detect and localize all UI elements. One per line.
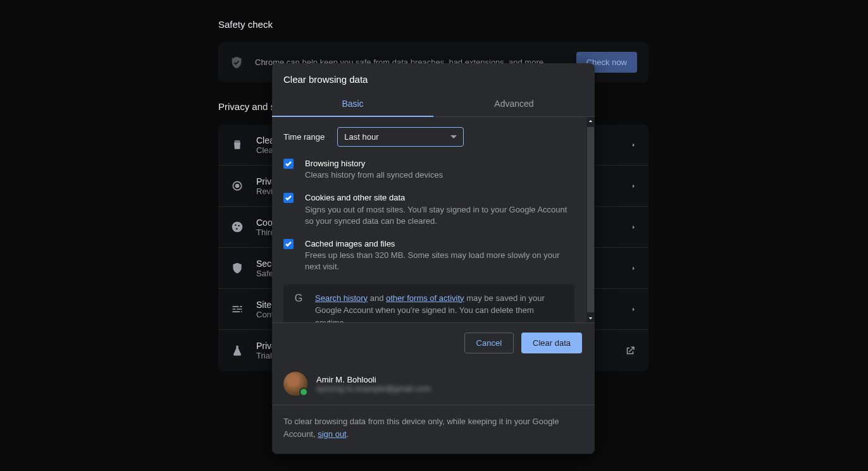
profile-email-blurred: syncing to example@gmail.com	[316, 384, 431, 393]
dialog-body: Time range Last hour Browsing history Cl…	[272, 117, 595, 322]
option-title: Browsing history	[305, 158, 443, 169]
external-link-icon	[624, 345, 636, 357]
search-history-link[interactable]: Search history	[315, 293, 368, 303]
option-title: Cookies and other site data	[305, 192, 574, 204]
checkbox[interactable]	[283, 239, 294, 249]
tab-basic[interactable]: Basic	[272, 92, 433, 117]
sliders-icon	[231, 303, 244, 315]
option-cache[interactable]: Cached images and files Frees up less th…	[283, 238, 583, 273]
clear-browsing-data-dialog: Clear browsing data Basic Advanced Time …	[272, 63, 595, 454]
dialog-title: Clear browsing data	[272, 63, 595, 92]
chevron-right-icon	[631, 266, 636, 271]
chevron-down-icon	[450, 135, 457, 138]
signout-section: To clear browsing data from this device …	[272, 405, 595, 454]
flask-icon	[231, 345, 244, 357]
sign-out-link[interactable]: sign out	[318, 429, 347, 439]
chevron-right-icon	[631, 184, 636, 188]
trash-icon	[231, 138, 244, 151]
cookie-icon	[231, 221, 244, 233]
sync-badge-icon	[299, 388, 308, 396]
checkbox[interactable]	[283, 193, 294, 203]
scroll-up-icon[interactable]	[588, 119, 593, 123]
tab-advanced[interactable]: Advanced	[433, 92, 595, 116]
option-sub: Frees up less than 320 MB. Some sites ma…	[305, 250, 574, 272]
option-sub: Signs you out of most sites. You'll stay…	[305, 204, 574, 227]
chevron-right-icon	[631, 143, 636, 147]
option-browsing-history[interactable]: Browsing history Clears history from all…	[283, 158, 583, 181]
google-account-info: G Search history and other forms of acti…	[283, 284, 574, 323]
dialog-actions: Cancel Clear data	[272, 322, 595, 363]
safety-check-heading: Safety check	[218, 19, 648, 30]
dialog-tabs: Basic Advanced	[272, 92, 595, 117]
option-cookies[interactable]: Cookies and other site data Signs you ou…	[283, 192, 583, 227]
time-range-label: Time range	[283, 132, 325, 142]
checkbox[interactable]	[283, 159, 294, 169]
scroll-down-icon[interactable]	[588, 316, 593, 321]
time-range-value: Last hour	[344, 132, 378, 142]
option-title: Cached images and files	[305, 238, 574, 250]
clear-data-button[interactable]: Clear data	[521, 333, 582, 353]
time-range-select[interactable]: Last hour	[337, 127, 464, 147]
shield-icon	[231, 262, 244, 274]
profile-section: Amir M. Bohlooli syncing to example@gmai…	[272, 363, 595, 405]
google-icon: G	[292, 292, 305, 305]
profile-name: Amir M. Bohlooli	[316, 375, 431, 384]
shield-icon	[230, 56, 244, 70]
chevron-right-icon	[631, 307, 636, 312]
scrollbar-thumb[interactable]	[587, 127, 594, 312]
cancel-button[interactable]: Cancel	[464, 333, 514, 353]
target-icon	[231, 180, 244, 192]
info-text: Search history and other forms of activi…	[315, 292, 566, 323]
option-sub: Clears history from all synced devices	[305, 169, 443, 181]
other-activity-link[interactable]: other forms of activity	[386, 293, 464, 303]
time-range-row: Time range Last hour	[283, 127, 583, 147]
avatar	[283, 372, 307, 396]
scrollbar[interactable]	[586, 117, 595, 322]
chevron-right-icon	[631, 225, 636, 229]
